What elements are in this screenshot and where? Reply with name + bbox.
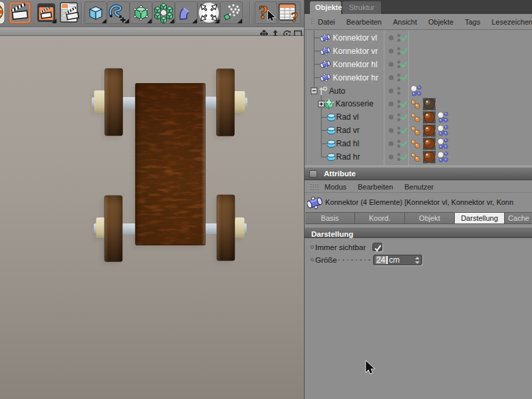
zoom-view-button[interactable] [271, 29, 279, 37]
animation-dot-icon[interactable] [311, 245, 314, 249]
am-tab-objekt[interactable]: Objekt [405, 213, 455, 223]
texture-tag-icon[interactable] [423, 124, 436, 136]
layer-dot-icon[interactable] [389, 75, 394, 80]
particles-button[interactable] [220, 1, 243, 24]
visibility-render-dot-icon[interactable] [397, 132, 400, 135]
visibility-render-dot-icon[interactable] [397, 105, 400, 108]
maximize-view-button[interactable] [294, 29, 302, 37]
right-panel: ObjekteStruktur DateiBearbeitenAnsichtOb… [304, 0, 532, 399]
visibility-editor-dot-icon[interactable] [397, 100, 400, 104]
visibility-render-dot-icon[interactable] [397, 92, 400, 95]
visibility-editor-dot-icon[interactable] [397, 113, 400, 116]
am-menu-benutzer[interactable]: Benutzer [404, 183, 434, 191]
visibility-editor-dot-icon[interactable] [397, 87, 400, 90]
spline-pen-button[interactable] [107, 1, 130, 24]
tree-label[interactable]: Konnektor hl [333, 60, 378, 69]
render-settings-button[interactable] [59, 1, 81, 24]
visibility-editor-dot-icon[interactable] [397, 47, 400, 51]
stepper-arrows-icon[interactable] [414, 256, 420, 265]
visibility-editor-dot-icon[interactable] [397, 61, 400, 64]
tree-label[interactable]: Rad hl [336, 139, 360, 148]
am-menu-modus[interactable]: Modus [325, 183, 346, 191]
layer-dot-icon[interactable] [389, 154, 394, 159]
pan-view-button[interactable] [260, 29, 268, 37]
visibility-render-dot-icon[interactable] [397, 78, 400, 82]
visibility-render-dot-icon[interactable] [397, 118, 400, 122]
visibility-render-dot-icon[interactable] [397, 144, 400, 148]
expand-arrows-icon [198, 1, 220, 24]
om-menu-lesezeichen[interactable]: Lesezeichen [491, 18, 532, 26]
tree-expander-plus[interactable] [319, 101, 325, 107]
om-menu-bearbeiten[interactable]: Bearbeiten [346, 18, 382, 26]
om-tab-objekte[interactable]: Objekte [310, 1, 341, 14]
drag-grip-icon[interactable] [310, 184, 319, 190]
om-tab-struktur[interactable]: Struktur [342, 1, 381, 14]
drag-grip-icon[interactable] [311, 18, 314, 25]
viewport-title-bar [0, 27, 304, 36]
am-tab-darstellung[interactable]: Darstellung [455, 213, 505, 223]
am-tab-basis[interactable]: Basis [305, 213, 355, 223]
layer-dot-icon[interactable] [389, 35, 394, 40]
render-view-button[interactable] [9, 1, 31, 24]
panel-square-icon[interactable] [309, 170, 317, 178]
om-menu-ansicht[interactable]: Ansicht [393, 18, 417, 26]
immer-sichtbar-checkbox[interactable] [372, 243, 382, 251]
am-tab-koord[interactable]: Koord. [355, 213, 405, 223]
visibility-editor-dot-icon[interactable] [397, 126, 400, 130]
layer-dot-icon[interactable] [389, 62, 394, 66]
help-question-button[interactable]: ? [255, 1, 277, 24]
layer-dot-icon[interactable] [389, 102, 394, 106]
layer-dot-icon[interactable] [389, 49, 394, 53]
visibility-render-dot-icon[interactable] [397, 65, 400, 68]
am-tab-cache[interactable]: Cache [505, 213, 532, 223]
array-object-button[interactable] [152, 1, 175, 24]
visibility-editor-dot-icon[interactable] [397, 140, 400, 143]
render-picture-viewer-button[interactable] [35, 1, 57, 24]
animation-dot-icon[interactable] [311, 258, 314, 261]
dotted-leader [338, 259, 373, 261]
texture-tag-icon[interactable] [423, 138, 436, 150]
om-menu-datei[interactable]: Datei [318, 18, 335, 26]
tree-label[interactable]: Auto [329, 86, 346, 96]
am-menu-bearbeiten[interactable]: Bearbeiten [358, 183, 393, 191]
om-menu-objekte[interactable]: Objekte [428, 18, 454, 26]
attribute-manager-title: Attribute [324, 168, 356, 180]
texture-tag-icon[interactable] [423, 111, 436, 123]
connector-object-icon [307, 196, 323, 210]
texture-tag-icon[interactable] [423, 151, 436, 163]
layer-dot-icon[interactable] [389, 115, 394, 120]
array-object-icon [152, 1, 175, 24]
hypernurbs-button[interactable] [130, 1, 152, 24]
tree-label[interactable]: Karosserie [336, 99, 374, 108]
cube-primitive-button[interactable] [84, 1, 107, 24]
visibility-editor-dot-icon[interactable] [397, 153, 400, 156]
tree-label[interactable]: Konnektor vr [333, 47, 378, 56]
mouse-pointer-icon [365, 360, 377, 376]
render-ball-button[interactable] [0, 1, 5, 24]
layer-dot-icon[interactable] [389, 88, 394, 93]
tree-label[interactable]: Konnektor hr [333, 73, 378, 82]
visibility-render-dot-icon[interactable] [397, 52, 400, 55]
object-tree: Konnektor vl Konnektor vr Konnektor hl K… [305, 31, 532, 166]
texture-tag-icon[interactable] [423, 98, 436, 110]
expand-arrows-button[interactable] [198, 1, 220, 24]
tree-label[interactable]: Rad hr [336, 152, 360, 162]
visibility-editor-dot-icon[interactable] [397, 74, 400, 77]
spline-pen-icon [107, 1, 130, 24]
layer-dot-icon[interactable] [389, 142, 394, 146]
tree-label[interactable]: Konnektor vl [333, 33, 377, 43]
visibility-render-dot-icon[interactable] [397, 158, 400, 161]
rotate-view-button[interactable] [283, 29, 291, 37]
tree-expander-minus[interactable] [311, 88, 317, 94]
om-menu-tags[interactable]: Tags [465, 18, 480, 26]
layer-dot-icon[interactable] [389, 128, 394, 133]
groesse-input[interactable]: 24 cm [373, 255, 422, 265]
viewport[interactable] [0, 36, 304, 399]
help-browser-button[interactable]: ? [278, 1, 301, 24]
tree-label[interactable]: Rad vr [336, 126, 360, 135]
deformer-button[interactable] [175, 1, 198, 24]
tree-label[interactable]: Rad vl [336, 112, 359, 122]
cylinder-object-icon [328, 114, 335, 121]
visibility-render-dot-icon[interactable] [397, 39, 400, 42]
visibility-editor-dot-icon[interactable] [397, 34, 400, 37]
